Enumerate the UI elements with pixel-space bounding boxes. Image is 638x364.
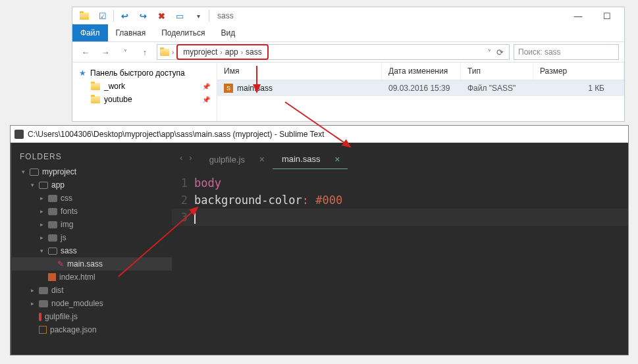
code-editor[interactable]: 1body2 background-color: #0003 bbox=[172, 169, 628, 355]
folder-icon bbox=[48, 234, 57, 242]
explorer-sidebar: ★ Панель быстрого доступа _work 📌 youtub… bbox=[72, 63, 217, 121]
folder-icon bbox=[39, 300, 48, 307]
folder-icon bbox=[91, 96, 100, 103]
line-number: 2 bbox=[172, 192, 194, 209]
tree-label: gulpfile.js bbox=[45, 312, 78, 321]
chevron-down-icon[interactable]: ˅ bbox=[488, 49, 491, 56]
folder-icon bbox=[48, 208, 57, 215]
tree-js[interactable]: js bbox=[11, 231, 172, 244]
tree-root[interactable]: myproject bbox=[11, 165, 172, 178]
minimize-icon[interactable]: — bbox=[564, 7, 593, 24]
tree-label: img bbox=[61, 220, 73, 229]
package-file-icon bbox=[39, 326, 47, 334]
props-icon[interactable]: ☑ bbox=[93, 9, 112, 23]
tree-main-sass[interactable]: ✎ main.sass bbox=[11, 257, 172, 271]
sidebar-item-label: youtube bbox=[104, 95, 132, 104]
col-type[interactable]: Тип bbox=[461, 63, 533, 80]
breadcrumb-segment[interactable]: sass bbox=[246, 47, 262, 57]
tree-app[interactable]: app bbox=[11, 178, 172, 192]
close-icon[interactable]: × bbox=[334, 154, 340, 165]
tree-dist[interactable]: dist bbox=[11, 284, 172, 297]
code-line[interactable] bbox=[194, 209, 196, 226]
menu-home[interactable]: Главная bbox=[108, 24, 154, 41]
line-number: 1 bbox=[172, 174, 194, 192]
tab-next-icon[interactable]: › bbox=[189, 153, 192, 163]
pin-icon: 📌 bbox=[202, 96, 210, 103]
sidebar-item-work[interactable]: _work 📌 bbox=[75, 80, 214, 93]
chevron-right-icon: › bbox=[220, 49, 222, 56]
explorer-window: ☑ ↩ ↪ ✖ ▭ ▾ sass — ☐ Файл Главная Подели… bbox=[72, 7, 625, 122]
menu-file[interactable]: Файл bbox=[72, 24, 108, 41]
tree-index-html[interactable]: index.html bbox=[11, 271, 172, 284]
chevron-right-icon: › bbox=[241, 49, 243, 56]
code-line[interactable]: body bbox=[194, 174, 221, 192]
tree-label: app bbox=[51, 180, 65, 190]
nav-recent-icon[interactable]: ˅ bbox=[117, 44, 133, 60]
tree-label: index.html bbox=[59, 273, 95, 282]
tab-bar: ‹ › gulpfile.js × main.sass × bbox=[172, 143, 628, 169]
sublime-sidebar: FOLDERS myproject app css fonts bbox=[11, 143, 172, 355]
folder-open-icon bbox=[39, 182, 48, 189]
tab-gulpfile[interactable]: gulpfile.js × bbox=[200, 149, 273, 169]
sidebar-folders-header: FOLDERS bbox=[11, 149, 172, 164]
search-placeholder: Поиск: sass bbox=[518, 47, 561, 57]
undo-icon[interactable]: ↩ bbox=[115, 9, 134, 23]
col-size[interactable]: Размер bbox=[533, 63, 624, 80]
redo-icon[interactable]: ↪ bbox=[134, 9, 152, 23]
tree-label: fonts bbox=[61, 207, 78, 216]
col-name[interactable]: Имя bbox=[217, 63, 382, 80]
file-row[interactable]: S main.sass 09.03.2016 15:39 Файл "SASS"… bbox=[217, 80, 624, 96]
sidebar-item-youtube[interactable]: youtube 📌 bbox=[75, 93, 214, 106]
tree-node-modules[interactable]: node_modules bbox=[11, 297, 172, 310]
quick-access-header[interactable]: ★ Панель быстрого доступа bbox=[75, 66, 214, 80]
breadcrumb[interactable]: › myproject › app › sass ˅ ⟳ bbox=[157, 44, 510, 60]
tree-sass[interactable]: sass bbox=[11, 244, 172, 257]
col-date[interactable]: Дата изменения bbox=[382, 63, 461, 80]
close-icon[interactable]: × bbox=[259, 154, 265, 165]
code-line[interactable]: background-color: #000 bbox=[194, 192, 342, 209]
tab-prev-icon[interactable]: ‹ bbox=[180, 153, 182, 163]
file-date: 09.03.2016 15:39 bbox=[382, 84, 461, 93]
sublime-titlebar: C:\Users\1004306\Desktop\myproject\app\s… bbox=[11, 126, 628, 143]
delete-icon[interactable]: ✖ bbox=[152, 9, 171, 23]
refresh-icon[interactable]: ⟳ bbox=[496, 47, 504, 57]
explorer-navbar: ← → ˅ ↑ › myproject › app › sass ˅ ⟳ Пои… bbox=[72, 41, 624, 63]
titlebar-location: sass bbox=[217, 11, 234, 20]
tree-label: myproject bbox=[42, 167, 76, 176]
file-name: main.sass bbox=[237, 84, 273, 93]
editor-area: ‹ › gulpfile.js × main.sass × 1body2 bac… bbox=[172, 143, 628, 355]
sublime-icon bbox=[14, 130, 24, 139]
nav-up-icon[interactable]: ↑ bbox=[137, 44, 153, 60]
tree-img[interactable]: img bbox=[11, 218, 172, 231]
sublime-title: C:\Users\1004306\Desktop\myproject\app\s… bbox=[28, 130, 325, 139]
folder-icon bbox=[39, 287, 48, 294]
folder-icon bbox=[75, 9, 93, 23]
tree-gulpfile[interactable]: gulpfile.js bbox=[11, 310, 172, 323]
tree-package-json[interactable]: package.json bbox=[11, 323, 172, 336]
breadcrumb-folder-icon bbox=[160, 49, 169, 56]
tab-main-sass[interactable]: main.sass × bbox=[273, 149, 348, 169]
html-file-icon bbox=[48, 273, 56, 281]
sass-file-icon: S bbox=[224, 84, 233, 93]
file-type: Файл "SASS" bbox=[461, 84, 533, 93]
menu-view[interactable]: Вид bbox=[213, 24, 243, 41]
menu-share[interactable]: Поделиться bbox=[153, 24, 213, 41]
folder-icon bbox=[48, 221, 57, 228]
breadcrumb-segment[interactable]: myproject bbox=[183, 47, 217, 57]
folder-icon bbox=[91, 83, 100, 90]
pin-icon: 📌 bbox=[202, 83, 210, 90]
nav-back-icon[interactable]: ← bbox=[78, 44, 93, 60]
breadcrumb-segment[interactable]: app bbox=[225, 47, 238, 57]
dropdown-icon[interactable]: ▾ bbox=[189, 9, 207, 23]
rename-icon[interactable]: ▭ bbox=[171, 9, 189, 23]
maximize-icon[interactable]: ☐ bbox=[593, 7, 622, 24]
sublime-window: C:\Users\1004306\Desktop\myproject\app\s… bbox=[10, 125, 629, 355]
tree-css[interactable]: css bbox=[11, 192, 172, 205]
nav-forward-icon[interactable]: → bbox=[97, 44, 113, 60]
tree-label: node_modules bbox=[51, 299, 103, 308]
search-input[interactable]: Поиск: sass bbox=[514, 44, 619, 60]
folder-icon bbox=[48, 195, 57, 202]
gulp-file-icon bbox=[39, 313, 41, 321]
explorer-titlebar: ☑ ↩ ↪ ✖ ▭ ▾ sass — ☐ bbox=[72, 7, 624, 24]
tree-fonts[interactable]: fonts bbox=[11, 205, 172, 218]
